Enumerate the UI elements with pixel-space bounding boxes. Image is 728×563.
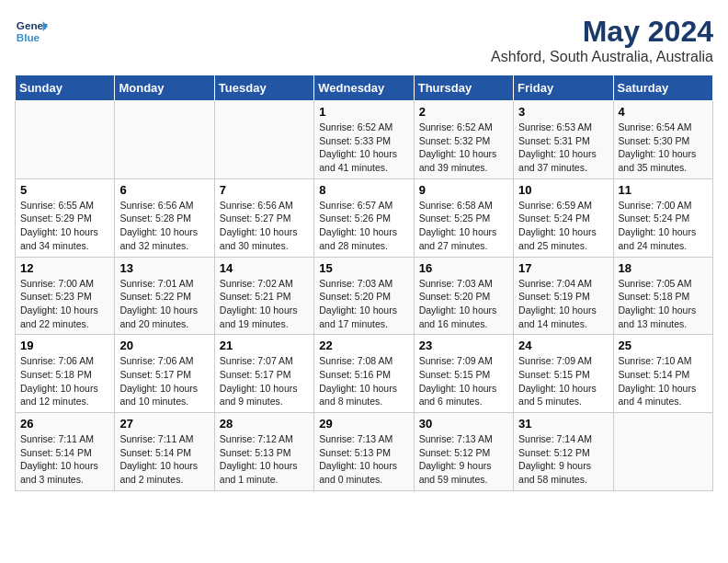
calendar-cell: 19Sunrise: 7:06 AM Sunset: 5:18 PM Dayli… [16, 335, 115, 413]
day-number: 23 [419, 339, 508, 352]
day-number: 13 [119, 261, 209, 275]
calendar-cell [115, 101, 214, 179]
calendar-cell: 6Sunrise: 6:56 AM Sunset: 5:28 PM Daylig… [115, 178, 214, 257]
calendar-cell: 17Sunrise: 7:04 AM Sunset: 5:19 PM Dayli… [514, 257, 613, 335]
location-subtitle: Ashford, South Australia, Australia [491, 49, 713, 65]
day-info: Sunrise: 7:06 AM Sunset: 5:18 PM Dayligh… [20, 354, 109, 408]
calendar-cell: 25Sunrise: 7:10 AM Sunset: 5:14 PM Dayli… [613, 335, 712, 413]
weekday-header-friday: Friday [514, 75, 613, 101]
calendar-table: SundayMondayTuesdayWednesdayThursdayFrid… [15, 75, 713, 491]
day-number: 24 [518, 339, 608, 352]
day-number: 27 [119, 417, 209, 431]
calendar-cell: 10Sunrise: 6:59 AM Sunset: 5:24 PM Dayli… [514, 178, 613, 257]
day-info: Sunrise: 7:11 AM Sunset: 5:14 PM Dayligh… [119, 432, 209, 487]
day-info: Sunrise: 7:03 AM Sunset: 5:20 PM Dayligh… [319, 277, 408, 331]
logo: General Blue [15, 15, 48, 48]
day-number: 3 [518, 105, 608, 119]
calendar-cell: 3Sunrise: 6:53 AM Sunset: 5:31 PM Daylig… [514, 101, 613, 179]
day-info: Sunrise: 6:52 AM Sunset: 5:33 PM Dayligh… [319, 121, 408, 175]
day-number: 7 [220, 183, 309, 197]
day-info: Sunrise: 7:07 AM Sunset: 5:17 PM Dayligh… [220, 354, 309, 408]
day-info: Sunrise: 7:13 AM Sunset: 5:12 PM Dayligh… [419, 432, 508, 487]
calendar-week-5: 26Sunrise: 7:11 AM Sunset: 5:14 PM Dayli… [16, 413, 713, 491]
calendar-cell: 28Sunrise: 7:12 AM Sunset: 5:13 PM Dayli… [214, 413, 313, 491]
day-info: Sunrise: 6:53 AM Sunset: 5:31 PM Dayligh… [518, 121, 608, 175]
day-number: 22 [319, 339, 408, 352]
day-info: Sunrise: 7:03 AM Sunset: 5:20 PM Dayligh… [419, 277, 508, 331]
day-info: Sunrise: 6:57 AM Sunset: 5:26 PM Dayligh… [319, 199, 408, 253]
weekday-header-sunday: Sunday [16, 75, 115, 101]
day-info: Sunrise: 7:09 AM Sunset: 5:15 PM Dayligh… [419, 354, 508, 408]
day-number: 18 [619, 261, 708, 275]
day-number: 21 [220, 339, 309, 352]
weekday-header-wednesday: Wednesday [314, 75, 414, 101]
calendar-cell: 26Sunrise: 7:11 AM Sunset: 5:14 PM Dayli… [16, 413, 115, 491]
day-info: Sunrise: 7:04 AM Sunset: 5:19 PM Dayligh… [518, 277, 608, 331]
calendar-cell: 13Sunrise: 7:01 AM Sunset: 5:22 PM Dayli… [115, 257, 214, 335]
day-number: 11 [619, 183, 708, 197]
day-number: 9 [419, 183, 508, 197]
day-number: 16 [419, 261, 508, 275]
calendar-cell: 5Sunrise: 6:55 AM Sunset: 5:29 PM Daylig… [16, 178, 115, 257]
calendar-week-3: 12Sunrise: 7:00 AM Sunset: 5:23 PM Dayli… [16, 257, 713, 335]
day-number: 15 [319, 261, 408, 275]
day-number: 8 [319, 183, 408, 197]
calendar-cell: 11Sunrise: 7:00 AM Sunset: 5:24 PM Dayli… [613, 178, 712, 257]
weekday-header-monday: Monday [115, 75, 214, 101]
day-number: 28 [220, 417, 309, 431]
calendar-cell: 29Sunrise: 7:13 AM Sunset: 5:13 PM Dayli… [314, 413, 414, 491]
day-info: Sunrise: 7:10 AM Sunset: 5:14 PM Dayligh… [619, 354, 708, 408]
day-info: Sunrise: 7:02 AM Sunset: 5:21 PM Dayligh… [220, 277, 309, 331]
calendar-cell: 16Sunrise: 7:03 AM Sunset: 5:20 PM Dayli… [414, 257, 513, 335]
day-number: 6 [119, 183, 209, 197]
day-number: 12 [20, 261, 109, 275]
calendar-cell: 7Sunrise: 6:56 AM Sunset: 5:27 PM Daylig… [214, 178, 313, 257]
calendar-cell: 12Sunrise: 7:00 AM Sunset: 5:23 PM Dayli… [16, 257, 115, 335]
day-number: 1 [319, 105, 408, 119]
day-number: 25 [619, 339, 708, 352]
day-info: Sunrise: 6:52 AM Sunset: 5:32 PM Dayligh… [419, 121, 508, 175]
svg-text:Blue: Blue [17, 31, 40, 43]
weekday-header-saturday: Saturday [613, 75, 712, 101]
calendar-cell: 4Sunrise: 6:54 AM Sunset: 5:30 PM Daylig… [613, 101, 712, 179]
day-info: Sunrise: 6:59 AM Sunset: 5:24 PM Dayligh… [518, 199, 608, 253]
day-number: 19 [20, 339, 109, 352]
day-number: 29 [319, 417, 408, 431]
day-info: Sunrise: 7:13 AM Sunset: 5:13 PM Dayligh… [319, 432, 408, 487]
day-info: Sunrise: 6:55 AM Sunset: 5:29 PM Dayligh… [20, 199, 109, 253]
calendar-cell [16, 101, 115, 179]
day-info: Sunrise: 7:08 AM Sunset: 5:16 PM Dayligh… [319, 354, 408, 408]
weekday-header-thursday: Thursday [414, 75, 513, 101]
calendar-cell: 8Sunrise: 6:57 AM Sunset: 5:26 PM Daylig… [314, 178, 414, 257]
day-info: Sunrise: 6:56 AM Sunset: 5:27 PM Dayligh… [220, 199, 309, 253]
calendar-cell: 22Sunrise: 7:08 AM Sunset: 5:16 PM Dayli… [314, 335, 414, 413]
calendar-cell: 20Sunrise: 7:06 AM Sunset: 5:17 PM Dayli… [115, 335, 214, 413]
day-info: Sunrise: 7:00 AM Sunset: 5:24 PM Dayligh… [619, 199, 708, 253]
day-info: Sunrise: 7:14 AM Sunset: 5:12 PM Dayligh… [518, 432, 608, 487]
day-number: 31 [518, 417, 608, 431]
calendar-cell: 14Sunrise: 7:02 AM Sunset: 5:21 PM Dayli… [214, 257, 313, 335]
day-info: Sunrise: 7:09 AM Sunset: 5:15 PM Dayligh… [518, 354, 608, 408]
calendar-cell: 30Sunrise: 7:13 AM Sunset: 5:12 PM Dayli… [414, 413, 513, 491]
calendar-cell: 15Sunrise: 7:03 AM Sunset: 5:20 PM Dayli… [314, 257, 414, 335]
calendar-cell: 1Sunrise: 6:52 AM Sunset: 5:33 PM Daylig… [314, 101, 414, 179]
calendar-cell: 18Sunrise: 7:05 AM Sunset: 5:18 PM Dayli… [613, 257, 712, 335]
day-info: Sunrise: 7:05 AM Sunset: 5:18 PM Dayligh… [619, 277, 708, 331]
logo-icon: General Blue [15, 15, 48, 48]
title-block: May 2024 Ashford, South Australia, Austr… [491, 15, 713, 65]
day-number: 30 [419, 417, 508, 431]
calendar-cell: 31Sunrise: 7:14 AM Sunset: 5:12 PM Dayli… [514, 413, 613, 491]
weekday-header-row: SundayMondayTuesdayWednesdayThursdayFrid… [16, 75, 713, 101]
day-number: 20 [119, 339, 209, 352]
day-info: Sunrise: 7:11 AM Sunset: 5:14 PM Dayligh… [20, 432, 109, 487]
day-number: 10 [518, 183, 608, 197]
day-info: Sunrise: 7:12 AM Sunset: 5:13 PM Dayligh… [220, 432, 309, 487]
calendar-week-1: 1Sunrise: 6:52 AM Sunset: 5:33 PM Daylig… [16, 101, 713, 179]
weekday-header-tuesday: Tuesday [214, 75, 313, 101]
month-year-title: May 2024 [491, 15, 713, 49]
calendar-cell: 23Sunrise: 7:09 AM Sunset: 5:15 PM Dayli… [414, 335, 513, 413]
page-header: General Blue May 2024 Ashford, South Aus… [15, 15, 713, 65]
calendar-cell: 21Sunrise: 7:07 AM Sunset: 5:17 PM Dayli… [214, 335, 313, 413]
day-info: Sunrise: 6:58 AM Sunset: 5:25 PM Dayligh… [419, 199, 508, 253]
day-number: 2 [419, 105, 508, 119]
